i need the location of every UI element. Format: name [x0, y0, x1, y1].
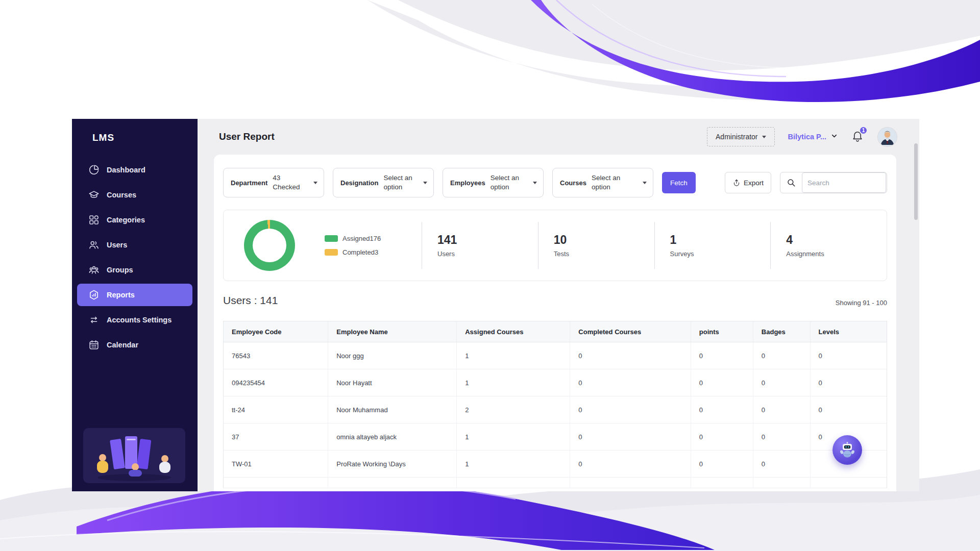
sidebar-item-courses[interactable]: Courses: [77, 184, 192, 206]
chart-legend: Assigned176 Completed3: [325, 235, 422, 256]
table-cell: 0: [811, 342, 887, 369]
pie-chart-icon: [88, 164, 100, 176]
app-window: LMS Dashboard Courses Categories Users G…: [72, 119, 919, 491]
notifications-button[interactable]: 1: [851, 130, 865, 144]
table-row: 094235454Noor Hayatt10000: [224, 369, 887, 396]
table-row: 76543Noor ggg10000: [224, 342, 887, 369]
pagination-range: Showing 91 - 100: [836, 299, 887, 307]
table-cell: 0: [691, 369, 753, 396]
fetch-button[interactable]: Fetch: [662, 172, 696, 193]
sidebar-item-groups[interactable]: Groups: [77, 259, 192, 281]
users-icon: [88, 239, 100, 251]
sidebar-item-label: Categories: [107, 216, 145, 224]
role-selector-button[interactable]: Administrator: [707, 127, 774, 146]
table-row: tt-24Noor Muhammad20000: [224, 396, 887, 423]
vertical-scrollbar[interactable]: [914, 143, 918, 220]
users-count-heading: Users : 141: [223, 294, 278, 307]
table-cell: omnia altayeb aljack: [328, 423, 457, 450]
table-header-row: Employee CodeEmployee NameAssigned Cours…: [224, 321, 887, 342]
sidebar-item-label: Users: [107, 241, 127, 249]
groups-icon: [88, 264, 100, 276]
sidebar-item-calendar[interactable]: Calendar: [77, 334, 192, 356]
table-cell: 1: [457, 450, 570, 477]
table-row: 37omnia altayeb aljack10000: [224, 423, 887, 450]
column-header-levels: Levels: [811, 321, 887, 342]
table-cell: 1: [457, 369, 570, 396]
filter-select-department[interactable]: Department 43 Checked: [223, 168, 324, 197]
chatbot-button[interactable]: [832, 435, 862, 465]
caret-down-icon: [533, 182, 537, 184]
table-cell: 0: [811, 369, 887, 396]
table-cell: [811, 478, 887, 488]
sidebar-item-users[interactable]: Users: [77, 234, 192, 256]
stat-assignments: 4 Assignments: [770, 222, 887, 269]
report-hexagon-icon: [88, 289, 100, 300]
swap-arrows-icon: [88, 314, 100, 325]
sidebar-item-label: Courses: [107, 191, 136, 199]
filter-select-employees[interactable]: Employees Select an option: [443, 168, 544, 197]
filter-select-designation[interactable]: Designation Select an option: [333, 168, 434, 197]
table-cell: [224, 478, 328, 488]
table-cell: 0: [570, 423, 691, 450]
table-cell: [570, 478, 691, 488]
column-header-employee-name: Employee Name: [328, 321, 457, 342]
table-cell: 094235454: [224, 369, 328, 396]
export-icon: [732, 179, 741, 187]
legend-swatch: [325, 249, 338, 256]
chevron-down-icon: [830, 132, 838, 142]
summary-box: Assigned176 Completed3 141 Users 10 Test…: [223, 210, 887, 281]
filter-select-courses[interactable]: Courses Select an option: [552, 168, 653, 197]
table-cell: tt-24: [224, 396, 328, 423]
table-cell: 1: [457, 423, 570, 450]
stat-surveys: 1 Surveys: [654, 222, 771, 269]
sidebar-item-dashboard[interactable]: Dashboard: [77, 159, 192, 181]
search-control: [780, 172, 887, 193]
table-cell: 0: [811, 396, 887, 423]
table-cell: 0: [753, 369, 811, 396]
export-button[interactable]: Export: [725, 172, 771, 193]
user-name: Bilytica P...: [788, 133, 827, 141]
user-menu[interactable]: Bilytica P...: [788, 132, 839, 142]
sidebar-item-accounts-settings[interactable]: Accounts Settings: [77, 309, 192, 331]
legend-item-assigned: Assigned176: [325, 235, 422, 242]
page-title: User Report: [219, 131, 275, 142]
sidebar-item-categories[interactable]: Categories: [77, 209, 192, 231]
table-cell: TW-01: [224, 450, 328, 477]
table-cell: Noor Muhammad: [328, 396, 457, 423]
table-row-partial: [224, 478, 887, 488]
sidebar-item-label: Calendar: [107, 341, 138, 349]
search-input[interactable]: [802, 172, 886, 193]
column-header-completed-courses: Completed Courses: [570, 321, 691, 342]
table-cell: 0: [691, 450, 753, 477]
legend-item-completed: Completed3: [325, 248, 422, 256]
grid-icon: [88, 214, 100, 226]
notification-badge: 1: [859, 126, 868, 135]
table-cell: [457, 478, 570, 488]
summary-stats: 141 Users 10 Tests 1 Surveys 4 Assignmen…: [422, 210, 887, 281]
table-cell: 0: [691, 396, 753, 423]
table-cell: 1: [457, 342, 570, 369]
sidebar: LMS Dashboard Courses Categories Users G…: [72, 119, 198, 491]
graduation-cap-icon: [88, 189, 100, 201]
legend-swatch: [325, 235, 338, 242]
user-avatar[interactable]: [878, 128, 897, 146]
sidebar-item-reports[interactable]: Reports: [77, 284, 192, 306]
table-cell: 0: [570, 369, 691, 396]
table-cell: 0: [570, 396, 691, 423]
table-cell: 0: [570, 450, 691, 477]
table-row: TW-01ProRate Working \Days1000: [224, 450, 887, 478]
sidebar-nav: Dashboard Courses Categories Users Group…: [72, 159, 198, 356]
table-cell: ProRate Working \Days: [328, 450, 457, 477]
table-cell: 2: [457, 396, 570, 423]
table-cell: Noor ggg: [328, 342, 457, 369]
main-content: User Report Administrator Bilytica P... …: [198, 119, 919, 491]
table-cell: 0: [691, 342, 753, 369]
table-cell: 0: [753, 423, 811, 450]
table-cell: 37: [224, 423, 328, 450]
table-cell: 0: [691, 423, 753, 450]
table-cell: 0: [753, 450, 811, 477]
table-cell: 0: [753, 342, 811, 369]
sidebar-item-label: Reports: [107, 291, 135, 299]
column-header-employee-code: Employee Code: [224, 321, 328, 342]
page-header: User Report Administrator Bilytica P... …: [198, 119, 919, 155]
